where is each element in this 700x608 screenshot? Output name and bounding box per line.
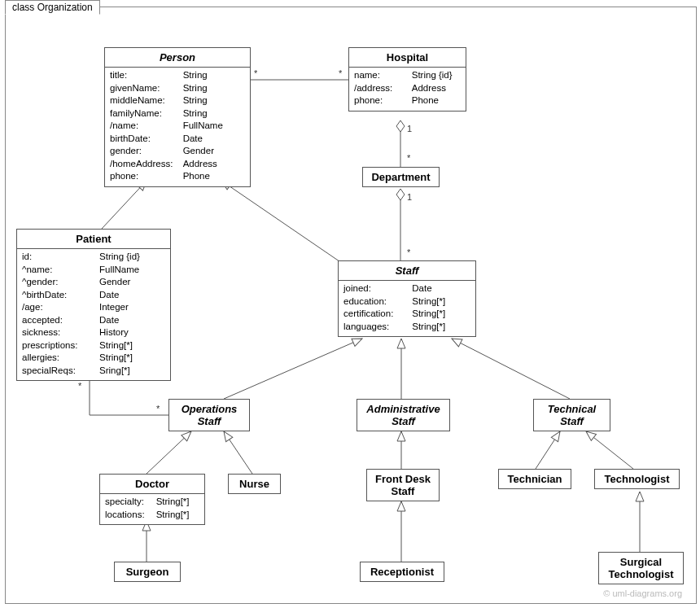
class-body-person: title:StringgivenName:StringmiddleName:S… bbox=[105, 68, 250, 186]
class-title-surgtech: Surgical Technologist bbox=[599, 553, 683, 584]
class-surgeon: Surgeon bbox=[114, 562, 181, 582]
class-body-staff: joined:Dateeducation:String[*]certificat… bbox=[339, 281, 475, 336]
class-body-doctor: specialty:String[*]locations:String[*] bbox=[100, 494, 204, 524]
mult-hosp-dept-1: 1 bbox=[407, 124, 412, 133]
class-title-department: Department bbox=[363, 168, 439, 186]
class-hospital: Hospital name:String {id}/address:Addres… bbox=[348, 47, 466, 112]
class-title-technician: Technician bbox=[499, 470, 571, 488]
mult-hosp-dept-star: * bbox=[407, 153, 410, 163]
class-technician: Technician bbox=[498, 469, 571, 489]
frame-label: class Organization bbox=[5, 0, 100, 15]
class-receptionist: Receptionist bbox=[360, 562, 444, 582]
class-title-patient: Patient bbox=[17, 230, 170, 249]
class-patient: Patient id:String {id}^name:FullName^gen… bbox=[16, 229, 171, 381]
class-title-person: Person bbox=[105, 48, 250, 68]
class-title-tech: Technical Staff bbox=[534, 400, 610, 431]
class-body-patient: id:String {id}^name:FullName^gender:Gend… bbox=[17, 249, 170, 380]
class-title-admin: Administrative Staff bbox=[357, 400, 449, 431]
watermark: © uml-diagrams.org bbox=[603, 588, 682, 598]
mult-person-side: * bbox=[254, 68, 257, 78]
class-admin-staff: Administrative Staff bbox=[357, 399, 450, 431]
class-surgical-technologist: Surgical Technologist bbox=[598, 552, 684, 584]
class-body-hospital: name:String {id}/address:Addressphone:Ph… bbox=[349, 68, 466, 111]
class-nurse: Nurse bbox=[228, 474, 281, 494]
class-title-ops: Operations Staff bbox=[169, 400, 249, 431]
class-title-nurse: Nurse bbox=[229, 475, 280, 493]
class-operations-staff: Operations Staff bbox=[168, 399, 250, 431]
class-person: Person title:StringgivenName:Stringmiddl… bbox=[104, 47, 251, 187]
class-staff: Staff joined:Dateeducation:String[*]cert… bbox=[338, 260, 476, 337]
class-front-desk: Front Desk Staff bbox=[366, 469, 440, 501]
mult-patient-side: * bbox=[78, 381, 81, 391]
class-tech-staff: Technical Staff bbox=[533, 399, 610, 431]
class-title-frontdesk: Front Desk Staff bbox=[367, 470, 439, 501]
mult-hospital-side: * bbox=[339, 68, 342, 78]
class-title-doctor: Doctor bbox=[100, 475, 204, 494]
class-technologist: Technologist bbox=[594, 469, 680, 489]
class-title-technologist: Technologist bbox=[595, 470, 679, 488]
class-title-hospital: Hospital bbox=[349, 48, 466, 68]
class-doctor: Doctor specialty:String[*]locations:Stri… bbox=[99, 474, 205, 525]
mult-dept-staff-1: 1 bbox=[407, 192, 412, 202]
class-department: Department bbox=[362, 167, 440, 187]
class-title-receptionist: Receptionist bbox=[361, 562, 444, 581]
mult-ops-side: * bbox=[156, 404, 160, 413]
class-title-surgeon: Surgeon bbox=[115, 562, 180, 581]
class-title-staff: Staff bbox=[339, 261, 475, 281]
mult-dept-staff-star: * bbox=[407, 247, 410, 257]
